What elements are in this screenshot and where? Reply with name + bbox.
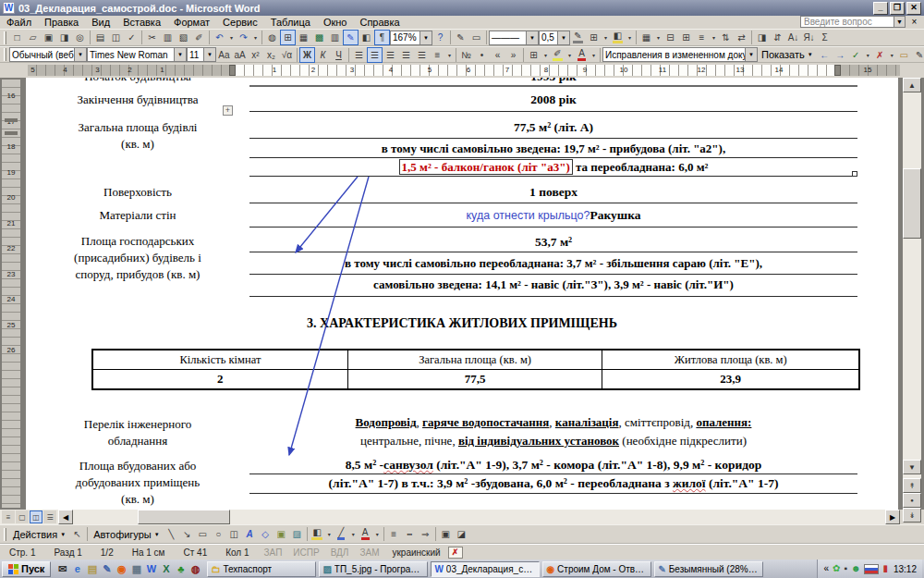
increase-indent-button[interactable]: » bbox=[505, 47, 521, 63]
redo-dropdown[interactable]: ▾ bbox=[251, 30, 260, 45]
equation-button[interactable]: √α bbox=[279, 47, 295, 63]
eraser-button[interactable]: ▭ bbox=[468, 30, 484, 45]
highlight-dropdown[interactable]: ▾ bbox=[565, 47, 574, 63]
cell-align-dropdown[interactable]: ▾ bbox=[710, 30, 718, 45]
line-weight-combo[interactable]: 0,5▼ bbox=[539, 31, 570, 45]
minimize-button[interactable]: _ bbox=[873, 2, 888, 15]
oval-button[interactable]: ○ bbox=[211, 526, 226, 542]
chevron-down-icon[interactable]: ▼ bbox=[174, 48, 186, 61]
redo-button[interactable]: ↷ bbox=[236, 30, 251, 45]
text-direction-button[interactable]: ⇵ bbox=[770, 30, 785, 45]
line-spacing-button[interactable]: ≡ bbox=[430, 47, 445, 63]
taskbar-window-declaration[interactable]: W03_Декларация_сам... bbox=[431, 561, 540, 577]
line-spacing-dropdown[interactable]: ▾ bbox=[445, 47, 454, 63]
menu-file[interactable]: Файл bbox=[0, 16, 38, 29]
cut-button[interactable]: ✂ bbox=[144, 30, 160, 45]
save-button[interactable]: ▣ bbox=[41, 30, 56, 45]
menu-window[interactable]: Окно bbox=[317, 16, 354, 29]
document-map-button[interactable]: ◧ bbox=[359, 30, 374, 45]
select-objects-button[interactable]: ↖ bbox=[69, 526, 85, 542]
tables-and-borders-button[interactable]: ⊞ bbox=[280, 30, 296, 45]
shading-dropdown[interactable]: ▾ bbox=[626, 30, 634, 45]
diagram-button[interactable]: ◇ bbox=[258, 526, 274, 542]
font-size-combo[interactable]: 11▼ bbox=[187, 47, 216, 62]
horizontal-scroll-track[interactable] bbox=[73, 510, 885, 524]
web-layout-button[interactable]: ▢ bbox=[16, 510, 29, 523]
vertical-ruler[interactable]: 1617181920212223242526 bbox=[2, 80, 20, 508]
menu-edit[interactable]: Правка bbox=[38, 16, 85, 29]
grow-font-button[interactable]: Аа bbox=[216, 47, 232, 63]
outline-view-button[interactable]: ☰ bbox=[43, 510, 56, 523]
quicklaunch-tree-icon[interactable]: ♣ bbox=[174, 562, 188, 576]
wordart-button[interactable]: A bbox=[242, 526, 258, 542]
subscript-button[interactable]: x₂ bbox=[263, 47, 279, 63]
reject-change-button[interactable]: ✗ bbox=[872, 47, 888, 63]
menu-help[interactable]: Справка bbox=[353, 16, 406, 29]
accept-change-button[interactable]: ✓ bbox=[848, 47, 864, 63]
tray-agent-icon[interactable]: ☻ bbox=[851, 562, 861, 575]
line-style-button[interactable]: ≡ bbox=[386, 526, 402, 542]
reject-change-dropdown[interactable]: ▾ bbox=[888, 47, 896, 63]
fill-color-button[interactable]: ◧ bbox=[310, 526, 325, 542]
autosum-button[interactable]: Σ bbox=[817, 30, 833, 45]
rectangle-button[interactable]: ▭ bbox=[195, 526, 211, 542]
dash-style-button[interactable]: ┅ bbox=[402, 526, 418, 542]
quicklaunch-mail-icon[interactable]: ✉ bbox=[55, 562, 69, 576]
menu-view[interactable]: Вид bbox=[85, 16, 116, 29]
distribute-rows-button[interactable]: ⇅ bbox=[718, 30, 734, 45]
tray-app-icon[interactable]: ▪ bbox=[844, 562, 847, 575]
new-document-button[interactable]: □ bbox=[9, 30, 25, 45]
vertical-scroll-thumb[interactable] bbox=[903, 168, 921, 239]
chevron-down-icon[interactable]: ▼ bbox=[526, 31, 538, 44]
arrow-style-button[interactable]: ⇒ bbox=[418, 526, 433, 542]
draw-actions-button[interactable]: Действия▼ bbox=[9, 526, 69, 542]
tray-antivirus-icon[interactable]: ▮ bbox=[882, 562, 888, 575]
taskbar-window-tp5jpg[interactable]: ▨ТП_5.jpg - Программа п... bbox=[319, 561, 428, 577]
insert-table-button[interactable]: ▦ bbox=[296, 30, 311, 45]
chevron-down-icon[interactable]: ▼ bbox=[419, 31, 432, 44]
drawing-button[interactable]: ✎ bbox=[343, 30, 359, 45]
bold-button[interactable]: Ж bbox=[299, 47, 315, 63]
menu-tools[interactable]: Сервис bbox=[216, 16, 264, 29]
normal-view-button[interactable]: ≡ bbox=[2, 510, 15, 523]
borders-button[interactable]: ⊞ bbox=[526, 47, 541, 63]
status-language[interactable]: украинский bbox=[384, 547, 447, 558]
chevron-down-icon[interactable]: ▼ bbox=[557, 31, 569, 44]
open-button[interactable]: ▱ bbox=[25, 30, 41, 45]
table-move-handle[interactable]: + bbox=[223, 105, 233, 116]
chevron-down-icon[interactable]: ▼ bbox=[894, 17, 905, 27]
align-center-button[interactable]: ☰ bbox=[367, 47, 383, 63]
chevron-down-icon[interactable]: ▼ bbox=[745, 48, 757, 61]
fill-color-dropdown[interactable]: ▾ bbox=[325, 526, 334, 542]
shading-color-button[interactable]: ◧ bbox=[610, 30, 626, 45]
font-color-dropdown[interactable]: ▾ bbox=[590, 47, 598, 63]
font-combo[interactable]: Times New Roman▼ bbox=[87, 47, 187, 62]
quicklaunch-calculator-icon[interactable]: ▦ bbox=[129, 562, 143, 576]
row-boundary-marker[interactable] bbox=[5, 118, 18, 122]
cell-align-button[interactable]: ≡ bbox=[694, 30, 710, 45]
autoshapes-button[interactable]: Автофигуры▼ bbox=[90, 526, 164, 542]
ask-question-input[interactable]: Введите вопрос ▼ bbox=[800, 16, 906, 28]
line-color-button[interactable]: ╱ bbox=[334, 526, 349, 542]
shrink-font-button[interactable]: аА bbox=[232, 47, 248, 63]
numbering-button[interactable]: № bbox=[458, 47, 474, 63]
font-color-button[interactable]: А bbox=[574, 47, 590, 63]
font-color-draw-button[interactable]: А bbox=[358, 526, 373, 542]
spelling-button[interactable]: ✓ bbox=[124, 30, 140, 45]
right-indent-marker[interactable] bbox=[834, 65, 841, 76]
document-page[interactable]: Початок будівництва 1993 рік Закінчення … bbox=[26, 78, 898, 510]
vertical-scrollbar[interactable]: ▲ ▼ ↟ ● ↡ bbox=[903, 78, 921, 523]
style-combo[interactable]: Обычный (веб▼ bbox=[9, 47, 87, 62]
track-changes-button[interactable]: ✎ bbox=[912, 47, 924, 63]
borders-dropdown[interactable]: ▾ bbox=[541, 47, 550, 63]
accept-change-dropdown[interactable]: ▾ bbox=[864, 47, 872, 63]
scroll-left-button[interactable]: ◀ bbox=[58, 510, 73, 524]
copy-button[interactable]: ▥ bbox=[160, 30, 176, 45]
taskbar-window-paint[interactable]: ✎Безымянный (28%) - Pa... bbox=[654, 561, 763, 577]
previous-page-button[interactable]: ↟ bbox=[903, 478, 921, 493]
sort-descending-button[interactable]: Я↓ bbox=[801, 30, 817, 45]
quicklaunch-word-icon[interactable]: W bbox=[144, 562, 158, 576]
start-button[interactable]: Пуск bbox=[2, 561, 51, 577]
split-cells-button[interactable]: ⊞ bbox=[678, 30, 694, 45]
review-display-combo[interactable]: Исправления в измененном докумен▼ bbox=[602, 47, 758, 62]
